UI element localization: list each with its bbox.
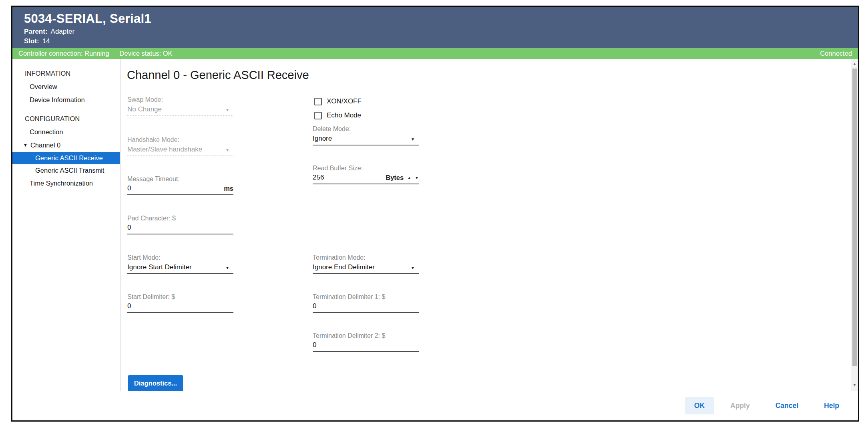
termination-delimiter-1-label: Termination Delimiter 1: $: [313, 293, 419, 301]
pad-character-input[interactable]: [127, 224, 233, 232]
swap-mode-field: Swap Mode: No Change ▼: [127, 96, 233, 116]
dropdown-arrow-icon[interactable]: ▼: [411, 265, 415, 271]
termination-mode-dropdown[interactable]: Ignore End Delimiter ▼: [313, 263, 419, 274]
termination-mode-label: Termination Mode:: [313, 254, 419, 262]
chevron-down-icon[interactable]: ▼: [23, 143, 28, 147]
termination-delimiter-1-input[interactable]: [313, 302, 419, 310]
start-mode-value: Ignore Start Delimiter: [127, 263, 192, 271]
dropdown-arrow-icon: ▼: [225, 107, 229, 113]
sidebar-section-gap: [12, 107, 120, 112]
delete-mode-dropdown[interactable]: Ignore ▼: [313, 134, 419, 145]
connected-badge: Connected: [820, 50, 852, 57]
device-status: Device status: OK: [120, 50, 173, 57]
slot-value: 14: [42, 37, 50, 45]
termination-delimiter-1-row: [313, 302, 419, 313]
diagnostics-button[interactable]: Diagnostics...: [128, 375, 183, 391]
start-delimiter-label: Start Delimiter: $: [127, 293, 233, 301]
slot-label: Slot:: [24, 37, 39, 45]
module-properties-window: 5034-SERIAL, Serial1 Parent: Adapter Slo…: [11, 6, 859, 422]
slot-row: Slot: 14: [24, 37, 850, 45]
sidebar-item-channel-0-label: Channel 0: [30, 141, 60, 149]
pad-character-row: [127, 224, 233, 234]
message-timeout-field: Message Timeout: ms: [127, 175, 233, 195]
cancel-button[interactable]: Cancel: [766, 397, 808, 414]
parent-value: Adapter: [51, 28, 75, 36]
read-buffer-size-row: Bytes ▲ ▼: [313, 174, 419, 184]
start-mode-field: Start Mode: Ignore Start Delimiter ▼: [127, 254, 233, 274]
start-delimiter-row: [127, 302, 233, 313]
echo-mode-label: Echo Mode: [327, 111, 361, 119]
sidebar-section-information: INFORMATION: [12, 67, 120, 80]
ok-button[interactable]: OK: [685, 397, 714, 414]
handshake-mode-dropdown: Master/Slave handshake ▼: [127, 145, 233, 156]
read-buffer-size-field: Read Buffer Size: Bytes ▲ ▼: [313, 164, 419, 184]
footer-bar: OK Apply Cancel Help: [12, 391, 858, 420]
window-header: 5034-SERIAL, Serial1 Parent: Adapter Slo…: [12, 7, 858, 48]
sidebar-nav: INFORMATION Overview Device Information …: [12, 59, 121, 391]
read-buffer-size-label: Read Buffer Size:: [313, 164, 419, 172]
delete-mode-field: Delete Mode: Ignore ▼: [313, 125, 419, 145]
scrollbar-thumb[interactable]: [852, 69, 857, 366]
echo-mode-checkbox-row[interactable]: Echo Mode: [314, 111, 361, 119]
sidebar-item-device-information[interactable]: Device Information: [12, 93, 120, 107]
message-timeout-label: Message Timeout:: [127, 175, 233, 183]
message-timeout-input[interactable]: [127, 184, 224, 192]
dropdown-arrow-icon[interactable]: ▼: [411, 136, 415, 143]
handshake-mode-field: Handshake Mode: Master/Slave handshake ▼: [127, 136, 233, 156]
dropdown-arrow-icon[interactable]: ▼: [225, 265, 229, 271]
termination-delimiter-2-input[interactable]: [313, 341, 419, 349]
scrollbar-up-icon[interactable]: ▲: [851, 61, 858, 67]
scrollbar-down-icon[interactable]: ▼: [851, 382, 858, 388]
spinner-up-icon[interactable]: ▲: [407, 175, 411, 181]
pad-character-field: Pad Character: $: [127, 214, 233, 234]
xon-xoff-checkbox-row[interactable]: XON/XOFF: [314, 97, 362, 105]
vertical-scrollbar[interactable]: ▲ ▼: [851, 59, 858, 391]
termination-mode-value: Ignore End Delimiter: [313, 263, 375, 271]
echo-mode-checkbox[interactable]: [314, 112, 322, 119]
dropdown-arrow-icon: ▼: [225, 147, 229, 153]
swap-mode-label: Swap Mode:: [127, 96, 233, 104]
swap-mode-dropdown: No Change ▼: [127, 105, 233, 116]
parent-label: Parent:: [24, 28, 48, 36]
xon-xoff-checkbox[interactable]: [314, 98, 322, 105]
read-buffer-size-spinner: Bytes ▲ ▼: [386, 174, 419, 182]
content-panel: Channel 0 - Generic ASCII Receive Swap M…: [121, 59, 858, 391]
start-mode-label: Start Mode:: [127, 254, 233, 262]
help-button[interactable]: Help: [815, 397, 848, 414]
read-buffer-size-unit: Bytes: [386, 174, 404, 182]
termination-delimiter-2-field: Termination Delimiter 2: $: [313, 332, 419, 352]
apply-button[interactable]: Apply: [721, 397, 759, 414]
handshake-mode-label: Handshake Mode:: [127, 136, 233, 144]
main-area: INFORMATION Overview Device Information …: [12, 59, 858, 391]
start-delimiter-input[interactable]: [127, 302, 233, 310]
controller-connection-status: Controller connection: Running: [18, 50, 109, 57]
start-mode-dropdown[interactable]: Ignore Start Delimiter ▼: [127, 263, 233, 274]
termination-delimiter-2-label: Termination Delimiter 2: $: [313, 332, 419, 340]
termination-delimiter-1-field: Termination Delimiter 1: $: [313, 293, 419, 313]
delete-mode-value: Ignore: [313, 134, 332, 143]
status-left-group: Controller connection: Running Device st…: [18, 50, 173, 57]
xon-xoff-label: XON/XOFF: [327, 97, 362, 105]
sidebar-section-configuration: CONFIGURATION: [12, 112, 120, 125]
sidebar-item-overview[interactable]: Overview: [12, 80, 120, 93]
status-bar: Controller connection: Running Device st…: [12, 48, 858, 59]
read-buffer-size-input[interactable]: [313, 174, 386, 182]
delete-mode-label: Delete Mode:: [313, 125, 419, 133]
sidebar-item-channel-0[interactable]: ▼ Channel 0: [12, 139, 120, 152]
message-timeout-row: ms: [127, 184, 233, 195]
termination-delimiter-2-row: [313, 341, 419, 352]
module-title: 5034-SERIAL, Serial1: [24, 12, 850, 26]
swap-mode-value: No Change: [127, 105, 162, 113]
parent-row: Parent: Adapter: [24, 28, 850, 36]
sidebar-item-generic-ascii-transmit[interactable]: Generic ASCII Transmit: [12, 164, 120, 177]
termination-mode-field: Termination Mode: Ignore End Delimiter ▼: [313, 254, 419, 274]
sidebar-item-time-synchronization[interactable]: Time Synchronization: [12, 177, 120, 190]
spinner-down-icon[interactable]: ▼: [415, 175, 419, 181]
page-title: Channel 0 - Generic ASCII Receive: [127, 69, 309, 82]
sidebar-item-connection[interactable]: Connection: [12, 125, 120, 139]
handshake-mode-value: Master/Slave handshake: [127, 145, 202, 153]
sidebar-item-generic-ascii-receive[interactable]: Generic ASCII Receive: [12, 152, 120, 164]
message-timeout-unit: ms: [224, 185, 233, 192]
pad-character-label: Pad Character: $: [127, 214, 233, 222]
start-delimiter-field: Start Delimiter: $: [127, 293, 233, 313]
